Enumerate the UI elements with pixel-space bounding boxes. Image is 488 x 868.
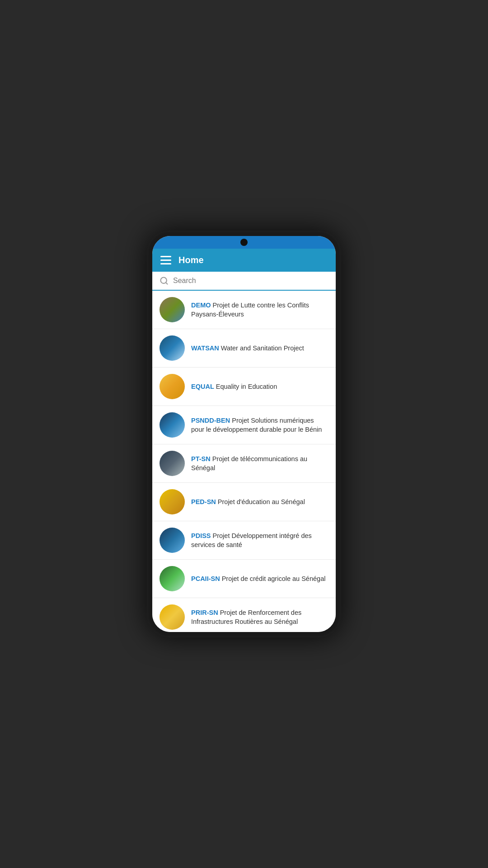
project-text: PSNDD-BEN Projet Solutions numériques po… [191,416,328,434]
search-input[interactable] [173,277,328,285]
project-avatar [160,604,185,630]
list-item[interactable]: DEMO Projet de Lutte contre les Conflits… [152,291,336,329]
project-code: EQUAL [191,383,214,390]
list-item[interactable]: PCAII-SN Projet de crédit agricole au Sé… [152,560,336,598]
project-avatar [160,335,185,361]
project-text: PDISS Projet Développement intégré des s… [191,531,328,550]
project-description: Equality in Education [214,383,277,390]
list-item[interactable]: PSNDD-BEN Projet Solutions numériques po… [152,406,336,444]
page-title: Home [178,255,204,265]
project-avatar [160,374,185,399]
project-code: PCAII-SN [191,575,220,582]
list-item[interactable]: WATSAN Water and Sanitation Project [152,329,336,368]
project-text: PED-SN Projet d'éducation au Sénégal [191,497,328,506]
project-text: DEMO Projet de Lutte contre les Conflits… [191,301,328,319]
project-code: PRIR-SN [191,609,218,616]
search-icon [160,276,169,285]
list-item[interactable]: PRIR-SN Projet de Renforcement des Infra… [152,598,336,632]
project-avatar [160,412,185,438]
project-description: Water and Sanitation Project [219,344,304,352]
project-code: WATSAN [191,344,219,352]
project-description: Projet de crédit agricole au Sénégal [220,575,326,582]
svg-line-1 [166,283,168,284]
project-text: PT-SN Projet de télécommunications au Sé… [191,454,328,473]
list-item[interactable]: EQUAL Equality in Education [152,368,336,406]
project-list: DEMO Projet de Lutte contre les Conflits… [152,291,336,632]
list-item[interactable]: PT-SN Projet de télécommunications au Sé… [152,444,336,483]
project-avatar [160,528,185,553]
project-code: PT-SN [191,455,211,462]
project-code: DEMO [191,302,211,309]
project-description: Projet d'éducation au Sénégal [216,498,305,505]
project-text: PCAII-SN Projet de crédit agricole au Sé… [191,574,328,583]
camera-notch [240,239,248,246]
hamburger-menu-button[interactable] [160,256,171,264]
project-code: PSNDD-BEN [191,417,230,424]
project-text: WATSAN Water and Sanitation Project [191,344,328,353]
project-avatar [160,451,185,476]
phone-screen: Home DEMO Projet de Lutte contre les Con… [152,236,336,632]
project-code: PED-SN [191,498,216,505]
project-code: PDISS [191,532,211,539]
project-avatar [160,489,185,514]
project-avatar [160,566,185,591]
list-item[interactable]: PDISS Projet Développement intégré des s… [152,521,336,560]
list-item[interactable]: PED-SN Projet d'éducation au Sénégal [152,483,336,521]
project-avatar [160,297,185,322]
phone-frame: Home DEMO Projet de Lutte contre les Con… [147,231,341,637]
search-bar [152,272,336,291]
top-bar: Home [152,249,336,272]
status-bar [152,236,336,249]
project-text: EQUAL Equality in Education [191,382,328,391]
project-text: PRIR-SN Projet de Renforcement des Infra… [191,608,328,627]
